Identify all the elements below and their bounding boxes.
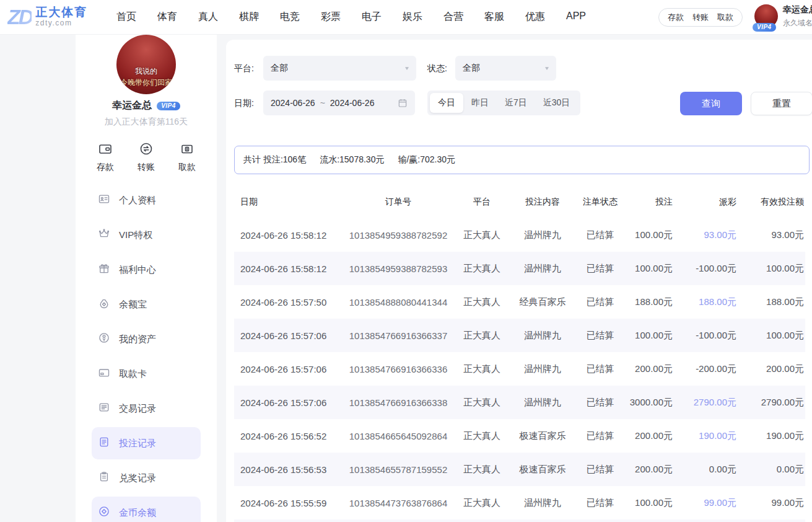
nav-item[interactable]: 真人 <box>198 11 218 24</box>
crown-icon <box>98 228 110 242</box>
sidebar-item-余额宝[interactable]: 余额宝 <box>92 288 201 321</box>
cell-platform: 正大真人 <box>457 397 507 409</box>
money-pouch-icon <box>98 297 110 309</box>
summary-part: 共计 投注:106笔 <box>243 154 306 166</box>
platform-select[interactable]: 全部 ▾ <box>263 56 416 81</box>
wallet-action[interactable]: 取款 <box>717 12 733 23</box>
sidebar-item-取款卡[interactable]: 取款卡 <box>92 358 201 390</box>
status-select[interactable]: 全部 ▾ <box>455 56 556 81</box>
cell-bet-content: 极速百家乐 <box>507 464 578 476</box>
table-row <box>234 520 805 522</box>
cell-payout: 0.00元 <box>673 464 736 476</box>
table-row[interactable]: 2024-06-26 15:57:06 1013854766916366338 … <box>234 386 805 419</box>
column-header: 注单状态 <box>578 197 622 208</box>
cell-date: 2024-06-26 15:56:52 <box>234 431 339 441</box>
table-row[interactable]: 2024-06-26 15:58:12 1013854959388782592 … <box>234 218 805 252</box>
nav-item[interactable]: APP <box>566 11 586 24</box>
status-label: 状态: <box>427 56 447 81</box>
date-range-tab[interactable]: 今日 <box>430 93 463 113</box>
nav-item[interactable]: 彩票 <box>321 11 341 24</box>
table-row[interactable]: 2024-06-26 15:56:52 1013854665645092864 … <box>234 419 805 453</box>
sidebar-item-label: 福利中心 <box>119 264 156 276</box>
cell-valid-amount: 188.00元 <box>736 296 804 308</box>
wallet-action[interactable]: 存款 <box>668 12 684 23</box>
avatar[interactable]: VIP4 <box>754 4 778 28</box>
brand-logo[interactable]: ZD 正大体育 zdty.com <box>7 6 100 27</box>
nav-item[interactable]: 优惠 <box>525 11 545 24</box>
wallet-action[interactable]: 转账 <box>692 12 709 23</box>
user-block[interactable]: VIP4 幸运金总 永久域名: zdty.com <box>754 4 812 29</box>
sidebar-item-label: 个人资料 <box>119 195 156 206</box>
table-row[interactable]: 2024-06-26 15:56:53 1013854655787159552 … <box>234 453 805 486</box>
deposit-icon <box>98 141 113 159</box>
sidebar-item-金币余额[interactable]: 金币余额 <box>92 497 201 522</box>
quick-action[interactable]: 取款 <box>178 141 196 173</box>
sidebar-item-label: 取款卡 <box>119 368 147 380</box>
quick-action[interactable]: 存款 <box>97 141 114 173</box>
cell-order-number: 1013854959388782592 <box>339 230 457 241</box>
profile-sidebar: 我说的 今晚带你们回家 幸运金总 VIP4 加入正大体育第116天 存款 转账 … <box>76 35 217 522</box>
logo-zd-icon: ZD <box>7 6 32 27</box>
cell-bet-amount: 100.00元 <box>622 330 673 342</box>
sidebar-item-label: 金币余额 <box>119 507 156 519</box>
nav-item[interactable]: 娱乐 <box>403 11 422 24</box>
totals-summary-bar: 共计 投注:106笔流水:15078.30元输/赢:702.30元 <box>234 146 810 174</box>
date-range-tab[interactable]: 昨日 <box>463 93 497 113</box>
profile-avatar[interactable]: 我说的 今晚带你们回家 <box>116 35 176 94</box>
table-row[interactable]: 2024-06-26 15:55:59 1013854473763876864 … <box>234 486 805 520</box>
cell-valid-amount: 93.00元 <box>736 229 804 241</box>
table-row[interactable]: 2024-06-26 15:57:50 1013854888080441344 … <box>234 285 805 319</box>
cell-order-number: 1013854766916366337 <box>339 330 457 341</box>
bet-records-panel: 平台: 全部 ▾ 状态: 全部 ▾ 日期: 2024-06-26 ~ 2024-… <box>226 40 812 522</box>
table-row[interactable]: 2024-06-26 15:57:06 1013854766916366337 … <box>234 319 805 352</box>
cell-bet-content: 温州牌九 <box>507 397 578 409</box>
joined-days: 加入正大体育第116天 <box>76 117 217 128</box>
cell-bet-amount: 188.00元 <box>622 296 673 308</box>
reset-button[interactable]: 重置 <box>751 92 812 115</box>
cell-valid-amount: 100.00元 <box>736 330 804 342</box>
sidebar-item-个人资料[interactable]: 个人资料 <box>92 184 201 216</box>
nav-item[interactable]: 电子 <box>362 11 382 24</box>
column-header: 订单号 <box>339 197 457 208</box>
cell-order-number: 1013854665645092864 <box>339 431 457 441</box>
quick-actions: 存款 转账 取款 <box>76 141 217 173</box>
cell-payout: 99.00元 <box>673 497 736 509</box>
nav-item[interactable]: 合营 <box>443 11 463 24</box>
sidebar-item-交易记录[interactable]: 交易记录 <box>92 392 201 425</box>
calendar-icon <box>398 98 408 108</box>
cell-platform: 正大真人 <box>457 363 507 375</box>
nav-item[interactable]: 客服 <box>484 11 504 24</box>
sidebar-item-兑奖记录[interactable]: 兑奖记录 <box>92 462 201 494</box>
cell-bet-content: 经典百家乐 <box>507 296 578 308</box>
nav-item[interactable]: 电竞 <box>280 11 300 24</box>
date-range-tab[interactable]: 近30日 <box>535 93 578 113</box>
sidebar-item-我的资产[interactable]: 我的资产 <box>92 323 201 355</box>
withdraw-icon <box>180 141 194 159</box>
date-range-tab[interactable]: 近7日 <box>497 93 535 113</box>
cell-bet-content: 极速百家乐 <box>507 430 578 442</box>
nav-item[interactable]: 体育 <box>157 11 177 24</box>
table-row[interactable]: 2024-06-26 15:58:12 1013854959388782593 … <box>234 252 805 285</box>
cell-platform: 正大真人 <box>457 229 507 241</box>
cell-bet-content: 温州牌九 <box>507 363 578 375</box>
table-header-row: 日期订单号平台投注内容注单状态投注派彩有效投注额 <box>234 186 805 218</box>
bank-card-icon <box>98 366 110 381</box>
sidebar-item-VIP特权[interactable]: VIP特权 <box>92 219 201 251</box>
cell-platform: 正大真人 <box>457 330 507 342</box>
summary-part: 输/赢:702.30元 <box>398 154 455 166</box>
date-quick-ranges: 今日昨日近7日近30日 <box>427 91 580 115</box>
cell-bet-content: 温州牌九 <box>507 497 578 509</box>
nav-item[interactable]: 首页 <box>116 11 136 24</box>
nav-item[interactable]: 棋牌 <box>239 11 259 24</box>
cell-status: 已结算 <box>578 330 622 342</box>
quick-action[interactable]: 转账 <box>138 141 155 173</box>
cell-bet-amount: 200.00元 <box>622 363 673 375</box>
summary-part: 流水:15078.30元 <box>320 154 384 166</box>
permanent-domain: 永久域名: zdty.com <box>783 18 812 29</box>
date-range-input[interactable]: 2024-06-26 ~ 2024-06-26 <box>263 91 415 115</box>
table-row[interactable]: 2024-06-26 15:57:06 1013854766916366336 … <box>234 352 805 386</box>
search-button[interactable]: 查询 <box>680 92 742 115</box>
withdraw-icon <box>180 141 194 156</box>
sidebar-item-投注记录[interactable]: 投注记录 <box>92 427 201 459</box>
sidebar-item-福利中心[interactable]: 福利中心 <box>92 254 201 286</box>
